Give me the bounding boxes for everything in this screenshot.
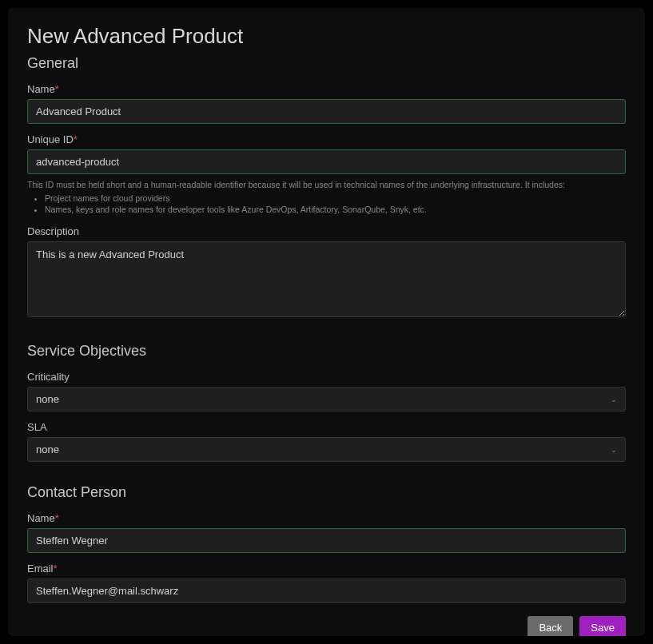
contact-name-label: Name*	[27, 512, 626, 524]
unique-id-help-item-1: Project names for cloud providers	[45, 193, 626, 205]
description-input[interactable]	[27, 241, 626, 317]
sla-label: SLA	[27, 421, 626, 433]
contact-email-label-text: Email	[27, 563, 54, 574]
contact-name-input[interactable]	[27, 528, 626, 553]
field-criticality: Criticality none ⌄	[27, 371, 626, 411]
required-marker: *	[74, 133, 78, 145]
form-panel: New Advanced Product General Name* Uniqu…	[8, 8, 645, 636]
section-heading-general: General	[27, 55, 626, 72]
required-marker: *	[55, 83, 59, 95]
sla-select[interactable]: none ⌄	[27, 437, 626, 462]
field-description: Description	[27, 225, 626, 320]
unique-id-label: Unique ID*	[27, 133, 626, 145]
required-marker: *	[54, 563, 58, 574]
unique-id-help-item-2: Names, keys and role names for developer…	[45, 204, 626, 216]
contact-email-label: Email*	[27, 563, 626, 574]
name-label: Name*	[27, 83, 626, 95]
chevron-down-icon: ⌄	[611, 396, 617, 403]
button-row: Back Save	[27, 616, 626, 636]
unique-id-help-intro: This ID must be held short and a human-r…	[27, 180, 565, 189]
save-button[interactable]: Save	[579, 616, 626, 636]
unique-id-help: This ID must be held short and a human-r…	[27, 179, 626, 216]
back-button[interactable]: Back	[528, 616, 573, 636]
unique-id-label-text: Unique ID	[27, 133, 74, 145]
field-contact-email: Email*	[27, 563, 626, 603]
description-label: Description	[27, 225, 626, 237]
criticality-value: none	[36, 393, 59, 405]
sla-value: none	[36, 443, 59, 455]
section-heading-contact-person: Contact Person	[27, 484, 626, 501]
section-heading-service-objectives: Service Objectives	[27, 343, 626, 360]
chevron-down-icon: ⌄	[611, 446, 617, 454]
contact-name-label-text: Name	[27, 512, 55, 524]
name-input[interactable]	[27, 99, 626, 124]
criticality-select[interactable]: none ⌄	[27, 387, 626, 411]
field-unique-id: Unique ID* This ID must be held short an…	[27, 133, 626, 216]
required-marker: *	[55, 512, 59, 524]
contact-email-input[interactable]	[27, 578, 626, 603]
criticality-label: Criticality	[27, 371, 626, 383]
field-name: Name*	[27, 83, 626, 124]
field-contact-name: Name*	[27, 512, 626, 553]
field-sla: SLA none ⌄	[27, 421, 626, 462]
name-label-text: Name	[27, 83, 55, 95]
unique-id-input[interactable]	[27, 149, 626, 174]
page-title: New Advanced Product	[27, 24, 626, 49]
